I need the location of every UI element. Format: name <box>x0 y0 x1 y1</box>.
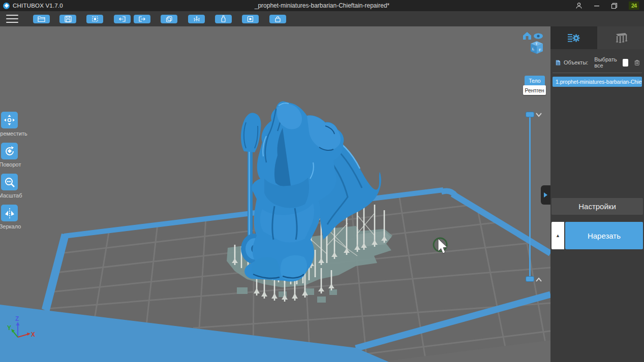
trash-icon[interactable] <box>634 58 640 67</box>
move-icon <box>4 114 15 126</box>
scale-tool-button[interactable]: Масштаб <box>1 174 18 190</box>
objects-header-row: Объекты: Выбрать все <box>550 49 644 73</box>
chevron-down-icon[interactable] <box>535 112 542 117</box>
auto-support-button[interactable] <box>188 15 205 23</box>
lock-icon <box>274 16 281 22</box>
rotate-tool-button[interactable]: Поворот <box>1 143 18 159</box>
right-panel: Объекты: Выбрать все 1.prophet-miniature… <box>550 26 644 362</box>
render-body-button[interactable]: Тело <box>525 76 545 85</box>
settings-list-icon <box>567 32 580 44</box>
select-all-label: Выбрать все <box>594 56 619 69</box>
move-tool-button[interactable]: Переместить <box>1 112 18 128</box>
scale-to-fit-button[interactable] <box>86 15 103 23</box>
supports-platform-icon <box>613 32 628 44</box>
app-title: CHITUBOX V1.7.0 <box>13 3 63 9</box>
restore-button[interactable] <box>611 3 618 9</box>
rotate-tool-label: Поворот <box>0 161 28 168</box>
scale-icon <box>4 177 15 188</box>
export-button[interactable] <box>134 15 150 23</box>
clip-slider-handle-bottom[interactable] <box>526 276 534 282</box>
view-cube-icon[interactable]: TLF <box>531 41 543 54</box>
open-file-button[interactable] <box>33 15 50 23</box>
play-triangle-icon <box>543 192 548 198</box>
scale-to-fit-icon <box>91 16 99 22</box>
build-plate-scene: Z Y X <box>0 26 550 362</box>
document-icon <box>556 59 561 67</box>
tab-supports[interactable] <box>597 26 644 49</box>
hollow-bottle-icon <box>221 15 226 22</box>
dig-hole-button[interactable] <box>242 15 259 23</box>
clone-icon <box>166 16 173 22</box>
move-tool-label: Переместить <box>0 130 28 137</box>
viewport-3d[interactable]: Z Y X Переместить Поворот Масштаб Зеркал… <box>0 26 550 362</box>
axis-x-label: X <box>31 331 35 338</box>
render-xray-button[interactable]: Рентген <box>523 85 546 95</box>
clip-slider-handle-top[interactable] <box>526 112 534 117</box>
document-title: _prophet-miniatures-barbarian-Chieftain-… <box>0 2 644 9</box>
objects-header-label: Объекты: <box>564 59 588 65</box>
save-button[interactable] <box>59 15 76 23</box>
clone-button[interactable] <box>161 15 177 23</box>
objects-separator <box>553 73 642 73</box>
main-toolbar <box>0 11 644 26</box>
axis-y-label: Y <box>7 324 11 332</box>
panel-flyout-handle[interactable] <box>541 185 550 205</box>
minimize-button[interactable] <box>594 3 600 9</box>
rotate-icon <box>4 146 15 157</box>
export-icon <box>138 16 146 22</box>
settings-button[interactable]: Настройки <box>551 198 643 215</box>
mirror-tool-button[interactable]: Зеркало <box>1 205 18 221</box>
slice-button[interactable]: Нарезать <box>565 222 643 249</box>
import-icon <box>118 16 126 22</box>
axis-z-label: Z <box>15 315 19 322</box>
select-all-checkbox[interactable] <box>623 59 628 67</box>
title-bar: CHITUBOX V1.7.0 _prophet-miniatures-barb… <box>0 0 644 11</box>
svg-text:L: L <box>532 47 535 51</box>
perspective-eye-icon[interactable] <box>534 34 543 39</box>
mirror-icon <box>4 208 15 219</box>
panel-tabs <box>550 26 644 49</box>
clip-slider-track[interactable] <box>529 114 531 279</box>
slice-expand-button[interactable]: ▲ <box>551 222 564 249</box>
svg-text:F: F <box>539 48 541 52</box>
import-button[interactable] <box>114 15 131 23</box>
mirror-tool-label: Зеркало <box>0 223 28 229</box>
menu-hamburger-icon[interactable] <box>6 15 18 23</box>
lock-button[interactable] <box>269 15 286 23</box>
tab-settings[interactable] <box>550 26 597 49</box>
scale-tool-label: Масштаб <box>0 192 28 199</box>
home-view-icon[interactable] <box>523 32 531 40</box>
folder-open-icon <box>37 16 46 22</box>
object-list-item[interactable]: 1.prophet-miniatures-barbarian-Chieftain… <box>553 77 642 87</box>
chevron-up-icon[interactable] <box>535 277 542 282</box>
chitubox-logo-icon <box>3 3 10 9</box>
svg-text:T: T <box>535 42 538 46</box>
hollow-button[interactable] <box>215 15 232 23</box>
support-tree-icon <box>193 16 201 22</box>
account-icon[interactable] <box>575 2 582 9</box>
dig-hole-icon <box>247 16 254 22</box>
screen-recorder-badge: 24 <box>629 2 639 10</box>
save-icon <box>65 16 72 22</box>
